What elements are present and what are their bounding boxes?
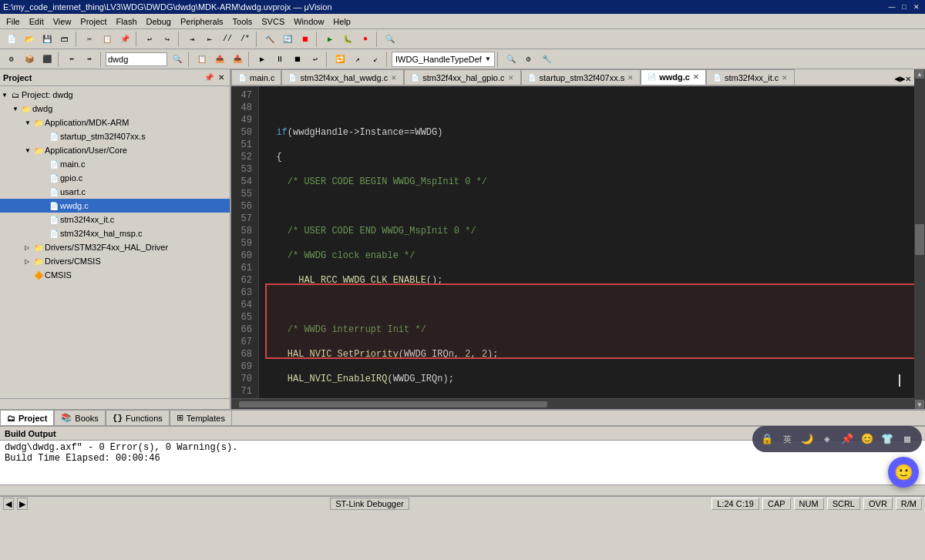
tb2-btn10[interactable]: ⏸ [271,51,288,68]
menu-peripherals[interactable]: Peripherals [176,15,228,29]
tb2-btn17[interactable]: ⚙ [520,51,537,68]
menu-help[interactable]: Help [328,15,355,29]
indent-button[interactable]: ⇥ [183,31,200,48]
vscroll-thumb[interactable] [915,224,924,255]
status-scroll-right[interactable]: ▶ [17,498,28,510]
code-content[interactable]: 47 48 49 50 51 52 53 54 55 56 57 58 59 6… [231,86,914,398]
bottom-tab-project[interactable]: 🗂 Project [0,410,54,425]
tb2-btn11[interactable]: ⏹ [289,51,306,68]
tree-gpio-c[interactable]: ▷ 📄 gpio.c [0,171,230,185]
tree-hal-driver[interactable]: ▷ 📁 Drivers/STM32F4xx_HAL_Driver [0,240,230,254]
chat-lock-icon[interactable]: 🔒 [758,431,775,448]
search-button[interactable]: 🔍 [382,31,399,48]
tab-hal-wwdg-close[interactable]: ✕ [391,74,397,82]
tb2-btn13[interactable]: 🔁 [331,51,348,68]
tab-arrow-left-icon[interactable]: ◀ [894,73,900,85]
tb2-btn1[interactable]: ⚙ [3,51,20,68]
menu-svcs[interactable]: SVCS [257,15,289,29]
function-dropdown[interactable]: IWDG_HandleTypeDef ▼ [392,52,495,67]
debug-button[interactable]: 🐛 [339,31,356,48]
menu-edit[interactable]: Edit [25,15,49,29]
tb2-btn16[interactable]: 🔍 [503,51,520,68]
horizontal-scrollbar-thumb[interactable] [239,401,547,407]
horizontal-scroll-code[interactable] [231,398,914,409]
chat-shirt-icon[interactable]: 👕 [879,431,896,448]
tree-msp-c[interactable]: ▷ 📄 stm32f4xx_hal_msp.c [0,226,230,240]
chat-lang-icon[interactable]: 英 [779,431,796,448]
breakpoint-button[interactable]: ● [357,31,374,48]
rebuild-button[interactable]: 🔄 [279,31,296,48]
tree-startup[interactable]: ▷ 📄 startup_stm32f407xx.s [0,129,230,143]
menu-file[interactable]: File [2,15,25,29]
tb2-btn15[interactable]: ↙ [367,51,384,68]
menu-tools[interactable]: Tools [228,15,257,29]
paste-button[interactable]: 📌 [116,31,133,48]
tb2-btn6[interactable]: 📋 [193,51,210,68]
search-go-button[interactable]: 🔍 [169,51,186,68]
tab-arrow-right-icon[interactable]: ▶ [900,73,906,85]
code-body[interactable]: if(wwdgHandle->Instance==WWDG) { /* USER… [259,86,914,398]
panel-pin-button[interactable]: 📌 [204,72,214,83]
outdent-button[interactable]: ⇤ [201,31,218,48]
tb2-btn3[interactable]: ⬛ [39,51,56,68]
tab-wwdg-c[interactable]: 📄 wwdg.c ✕ [641,69,706,85]
right-scrollbar[interactable]: ▲ ▼ [914,69,925,409]
bottom-tab-books[interactable]: 📚 Books [54,410,106,425]
tree-main-c[interactable]: ▷ 📄 main.c [0,157,230,171]
tree-it-c[interactable]: ▷ 📄 stm32f4xx_it.c [0,213,230,226]
chat-moon-icon[interactable]: 🌙 [799,431,816,448]
run-button[interactable]: ▶ [321,31,338,48]
maximize-button[interactable]: □ [899,2,910,12]
new-file-button[interactable]: 📄 [3,31,20,48]
tab-stm32-it[interactable]: 📄 stm32f4xx_it.c ✕ [706,69,795,85]
vscroll-down-button[interactable]: ▼ [915,400,924,409]
tb2-btn8[interactable]: 📥 [229,51,246,68]
menu-flash[interactable]: Flash [112,15,142,29]
tab-hal-wwdg[interactable]: 📄 stm32f4xx_hal_wwdg.c ✕ [281,69,404,85]
menu-window[interactable]: Window [289,15,328,29]
close-button[interactable]: ✕ [911,2,922,12]
comment-button[interactable]: // [219,31,236,48]
tab-startup-close[interactable]: ✕ [627,74,634,82]
tree-dwdg[interactable]: ▼ 📁 dwdg [0,102,230,116]
bottom-tab-functions[interactable]: {} Functions [106,410,170,425]
tb2-btn14[interactable]: ↗ [349,51,366,68]
tab-startup[interactable]: 📄 startup_stm32f407xx.s ✕ [521,69,641,85]
tb2-btn12[interactable]: ↩ [307,51,324,68]
stop-button[interactable]: ⏹ [297,31,314,48]
tab-hal-gpio[interactable]: 📄 stm32f4xx_hal_gpio.c ✕ [404,69,520,85]
bottom-tab-templates[interactable]: ⊞ Templates [170,410,232,425]
vscroll-up-button[interactable]: ▲ [915,69,924,79]
tab-main-c[interactable]: 📄 main.c [231,69,281,85]
tree-cmsis[interactable]: ▷ 📁 Drivers/CMSIS [0,254,230,268]
copy-button[interactable]: 📋 [99,31,116,48]
chat-pin-icon[interactable]: 📌 [839,431,856,448]
tb2-btn18[interactable]: 🔧 [538,51,555,68]
build-button[interactable]: 🔨 [261,31,278,48]
tb2-btn5[interactable]: ➡ [81,51,98,68]
cut-button[interactable]: ✂ [81,31,98,48]
tab-scroll-right[interactable]: ◀ ▶ ✕ [891,73,914,85]
chat-smile-icon[interactable]: 😊 [859,431,876,448]
tb2-btn4[interactable]: ⬅ [63,51,80,68]
tab-hal-gpio-close[interactable]: ✕ [508,74,514,82]
tab-stm32-it-close[interactable]: ✕ [782,74,788,82]
tab-wwdg-c-close[interactable]: ✕ [693,73,699,81]
tree-root[interactable]: ▼ 🗂 Project: dwdg [0,88,230,102]
chat-diamond-icon[interactable]: ◈ [819,431,836,448]
tab-close-all-icon[interactable]: ✕ [906,73,911,85]
save-button[interactable]: 💾 [39,31,56,48]
tree-wwdg-c[interactable]: ▷ 📄 wwdg.c [0,199,230,213]
tb2-btn7[interactable]: 📤 [211,51,228,68]
uncomment-button[interactable]: /* [237,31,254,48]
tree-cmsis-gear[interactable]: ▷ 🔶 CMSIS [0,268,230,282]
tb2-btn2[interactable]: 📦 [21,51,38,68]
open-button[interactable]: 📂 [21,31,38,48]
status-scroll-left[interactable]: ◀ [3,498,14,510]
tree-usart-c[interactable]: ▷ 📄 usart.c [0,185,230,199]
tb2-btn9[interactable]: ▶ [254,51,271,68]
menu-debug[interactable]: Debug [142,15,176,29]
save-all-button[interactable]: 🗃 [56,31,73,48]
redo-button[interactable]: ↪ [159,31,176,48]
tree-app-mdk[interactable]: ▼ 📁 Application/MDK-ARM [0,116,230,129]
